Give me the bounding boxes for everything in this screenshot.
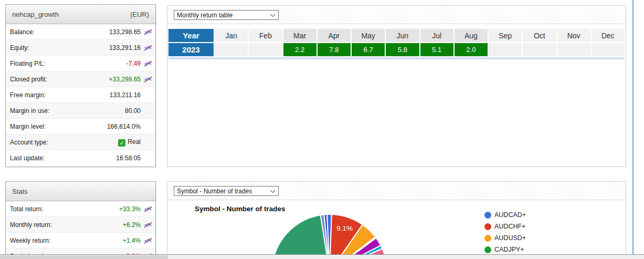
row-label: Last update:: [10, 154, 116, 162]
monthly-table-area: YearJanFebMarAprMayJunJulAugSepOctNovDec…: [167, 24, 626, 167]
account-currency: (EUR): [130, 11, 149, 18]
stats-title: Stats: [12, 188, 28, 195]
legend-swatch-icon: [484, 235, 491, 242]
row-icon-slot: [141, 44, 152, 51]
legend-item[interactable]: AUDCHF+: [484, 221, 526, 232]
account-name: nehcap_growth: [12, 11, 59, 18]
sparkline-icon[interactable]: [144, 237, 152, 244]
legend-label: CADJPY+: [494, 246, 524, 253]
month-column-header: Feb: [249, 29, 282, 42]
monthly-return-cell: [523, 43, 556, 56]
account-row: Free margin:133,211.16: [6, 87, 155, 103]
legend-label: AUDUSD+: [494, 234, 526, 242]
legend-swatch-icon: [484, 246, 491, 253]
monthly-return-cell: [215, 43, 248, 56]
sparkline-icon[interactable]: [144, 29, 152, 35]
row-value: +33.3%: [119, 205, 141, 213]
legend-item[interactable]: AUDCAD+: [484, 209, 526, 221]
month-column-header: Aug: [455, 29, 488, 42]
legend-swatch-icon: [484, 223, 491, 230]
row-value: 133,211.16: [110, 91, 141, 99]
account-row: Closed profit:+33,298.65: [6, 71, 155, 87]
symbol-widget-select-value: Symbol - Number of trades: [177, 188, 252, 195]
row-icon-slot: [141, 107, 152, 115]
legend-swatch-icon: [484, 212, 491, 219]
sparkline-icon[interactable]: [144, 76, 152, 82]
row-label: Weekly return:: [10, 237, 123, 244]
row-value: ✓Real: [118, 138, 141, 147]
year-column-header: Year: [168, 29, 214, 42]
row-icon-slot: [141, 154, 152, 162]
row-icon-slot: [141, 205, 152, 213]
monthly-return-cell: 5.8: [386, 43, 419, 56]
widget-toolbar: Monthly return table: [167, 6, 626, 23]
pie-slice-label: 9.1%: [336, 224, 353, 232]
row-icon-slot: [141, 28, 152, 36]
monthly-widget-select[interactable]: Monthly return table: [174, 10, 279, 20]
monthly-return-cell: 7.8: [318, 43, 351, 56]
row-icon-slot: [141, 221, 152, 229]
monthly-return-cell: [592, 43, 625, 56]
account-row: Equity:133,291.16: [6, 40, 155, 56]
row-value: +33,298.65: [109, 76, 141, 83]
month-column-header: May: [352, 29, 385, 42]
month-column-header: Jul: [420, 29, 453, 42]
sparkline-icon[interactable]: [144, 222, 152, 228]
row-label: Monthly return:: [10, 221, 123, 229]
chevron-down-icon: [270, 14, 276, 17]
row-label: Margin level:: [10, 123, 107, 130]
month-column-header: Mar: [283, 29, 316, 42]
row-label: Total return:: [10, 205, 119, 213]
legend-item[interactable]: CADJPY+: [484, 244, 526, 255]
monthly-widget-select-value: Monthly return table: [177, 12, 233, 19]
row-value: +6.2%: [123, 221, 141, 229]
row-value: +1.4%: [123, 237, 141, 244]
legend-item[interactable]: AUDUSD+: [484, 232, 526, 244]
pie-chart: 9.1%: [167, 200, 626, 259]
month-column-header: Dec: [592, 29, 625, 42]
account-row: Margin level:166,614.0%: [6, 119, 155, 134]
account-row: Margin in use:80.00: [6, 103, 155, 119]
symbol-widget-select[interactable]: Symbol - Number of trades: [174, 186, 279, 196]
pie-chart-area: Symbol - Number of trades 9.1% AUDCAD+AU…: [167, 200, 626, 259]
legend-label: AUDCAD+: [494, 211, 526, 219]
account-row: Account type:✓Real: [6, 134, 155, 150]
monthly-return-table: YearJanFebMarAprMayJunJulAugSepOctNovDec…: [167, 28, 626, 57]
vertical-scrollbar[interactable]: [632, 0, 634, 259]
stats-panel: Stats Total return:+33.3%Monthly return:…: [5, 181, 156, 259]
month-column-header: Jan: [215, 29, 248, 42]
monthly-return-cell: [489, 43, 522, 56]
sparkline-icon[interactable]: [144, 60, 152, 67]
monthly-return-cell: 2.2: [283, 43, 316, 56]
account-row: Last update:16:58:05: [6, 150, 155, 166]
widget-toolbar: Symbol - Number of trades: [167, 182, 626, 199]
row-value: 166,614.0%: [107, 123, 141, 130]
row-icon-slot: [141, 91, 152, 99]
monthly-return-cell: 2.0: [455, 43, 488, 56]
sparkline-icon[interactable]: [144, 206, 152, 212]
row-label: Margin in use:: [10, 107, 125, 115]
month-column-header: Apr: [318, 29, 351, 42]
row-value: 80.00: [125, 107, 141, 115]
row-value: 16:58:05: [116, 154, 141, 162]
monthly-return-widget: Monthly return table YearJanFebMarAprMay…: [167, 5, 626, 167]
monthly-return-cell: 5.1: [420, 43, 453, 56]
row-value: -7.49: [126, 60, 141, 67]
account-panel: nehcap_growth (EUR) Balance:133,298.65Eq…: [5, 4, 156, 167]
symbol-trades-widget: Symbol - Number of trades Symbol - Numbe…: [167, 181, 626, 259]
stats-row: Monthly return:+6.2%: [6, 217, 155, 233]
stats-row: Total return:+33.3%: [6, 201, 155, 217]
checkbox-checked-icon: ✓: [118, 139, 125, 147]
row-label: Balance:: [10, 28, 109, 36]
horizontal-scrollbar-thumb[interactable]: [0, 255, 168, 259]
account-panel-header: nehcap_growth (EUR): [6, 5, 155, 24]
row-icon-slot: [141, 76, 152, 83]
year-cell: 2023: [168, 43, 214, 56]
pie-legend: AUDCAD+AUDCHF+AUDUSD+CADJPY+: [484, 209, 526, 255]
sparkline-icon[interactable]: [144, 45, 152, 51]
legend-label: AUDCHF+: [494, 223, 525, 230]
account-row: Floating P/L:-7.49: [6, 56, 155, 71]
row-icon-slot: [141, 60, 152, 67]
monthly-return-cell: [249, 43, 282, 56]
horizontal-scrollbar[interactable]: [0, 254, 644, 259]
